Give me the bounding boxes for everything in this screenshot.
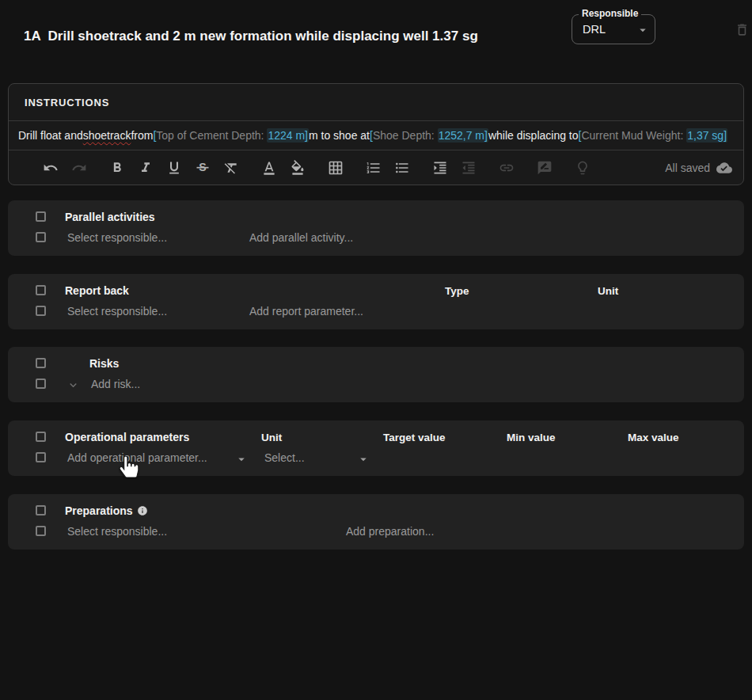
parallel-activities-section-checkbox[interactable] — [36, 211, 46, 222]
dropdown-arrow-icon — [636, 23, 650, 37]
clear-formatting-button[interactable] — [221, 158, 241, 178]
lightbulb-icon — [575, 160, 591, 176]
comment-icon — [537, 160, 553, 176]
page-title: 1A Drill shoetrack and 2 m new formation… — [24, 29, 478, 44]
insert-table-button[interactable] — [325, 158, 346, 178]
column-header-unit: Unit — [598, 285, 618, 297]
save-status: All saved — [665, 160, 732, 176]
info-icon[interactable] — [137, 505, 148, 516]
text-segment-ref-label: Top of Cement Depth: — [156, 129, 267, 142]
select-responsible-field[interactable]: Select responsible... — [67, 305, 167, 318]
column-header-min-value: Min value — [507, 432, 556, 443]
text-segment-ref-value: 1252,7 m] — [438, 128, 488, 143]
select-responsible-field[interactable]: Select responsible... — [67, 525, 167, 538]
undo-icon — [43, 160, 59, 176]
text-segment-ref-value: 1224 m] — [267, 128, 309, 143]
text-segment-normal: while displacing to — [488, 129, 579, 142]
text-color-icon — [261, 160, 277, 176]
section-preparations: Preparations Select responsible... Add p… — [8, 494, 744, 550]
insert-link-button[interactable] — [496, 158, 517, 178]
section-title: Report back — [65, 284, 129, 297]
bold-icon — [109, 160, 125, 176]
save-status-text: All saved — [665, 162, 710, 174]
header: 1A Drill shoetrack and 2 m new formation… — [0, 0, 752, 71]
trash-icon — [735, 22, 750, 37]
select-responsible-field[interactable]: Select responsible... — [67, 231, 167, 244]
redo-icon — [71, 160, 87, 176]
text-color-button[interactable] — [259, 158, 279, 178]
section-title: Risks — [89, 357, 119, 370]
text-segment-ref-label: Shoe Depth: — [373, 129, 438, 142]
add-parallel-activity-field[interactable]: Add parallel activity... — [249, 231, 353, 244]
indent-decrease-icon — [461, 160, 477, 176]
text-segment-ref-value: 1,37 sg] — [686, 128, 727, 143]
cloud-done-icon — [716, 160, 732, 176]
toolbar-buttons: S — [40, 158, 593, 178]
section-risks: Risks Add risk... — [8, 347, 744, 402]
italic-button[interactable] — [135, 158, 156, 178]
operational-parameters-section-checkbox[interactable] — [36, 432, 46, 442]
bullet-list-button[interactable] — [392, 158, 412, 178]
column-header-unit: Unit — [261, 432, 282, 443]
column-header-target-value: Target value — [383, 432, 446, 443]
strikethrough-button[interactable]: S — [192, 158, 213, 178]
italic-icon — [138, 160, 154, 176]
parallel-activity-row-checkbox[interactable] — [36, 232, 46, 242]
section-operational-parameters: Operational parameters Unit Target value… — [8, 420, 744, 476]
bold-button[interactable] — [107, 158, 127, 178]
dropdown-arrow-icon — [356, 452, 370, 466]
clear-formatting-icon — [223, 160, 239, 176]
add-preparation-field[interactable]: Add preparation... — [346, 525, 434, 538]
fill-color-icon — [290, 160, 306, 176]
expand-risk-button[interactable] — [66, 379, 80, 392]
unit-select[interactable]: Select... — [264, 451, 305, 464]
activity-title: Drill shoetrack and 2 m new formation wh… — [48, 29, 478, 44]
section-title: Operational parameters — [65, 431, 189, 443]
risk-row-checkbox[interactable] — [36, 379, 46, 389]
bullet-list-icon — [394, 160, 410, 176]
preparation-row-checkbox[interactable] — [36, 526, 46, 536]
underline-button[interactable] — [164, 158, 184, 178]
strikethrough-icon: S — [195, 160, 211, 176]
undo-button[interactable] — [40, 158, 61, 178]
chevron-down-icon — [66, 379, 80, 392]
indent-increase-button[interactable] — [430, 158, 450, 178]
activity-editor-page: 1A Drill shoetrack and 2 m new formation… — [0, 0, 752, 700]
report-back-section-checkbox[interactable] — [36, 285, 46, 295]
section-report-back: Report back Type Unit Select responsible… — [8, 274, 744, 329]
column-header-max-value: Max value — [628, 432, 679, 443]
responsible-select-value: DRL — [583, 23, 606, 36]
activity-code: 1A — [24, 29, 40, 44]
preparations-section-checkbox[interactable] — [36, 505, 46, 515]
redo-button[interactable] — [69, 158, 89, 178]
section-title: Parallel activities — [65, 211, 155, 223]
add-report-parameter-field[interactable]: Add report parameter... — [249, 305, 363, 318]
text-segment-misspelled: shoetrack — [83, 129, 131, 142]
link-icon — [499, 160, 515, 176]
responsible-select-label: Responsible — [579, 8, 641, 19]
add-operational-parameter-select[interactable]: Add operational parameter... — [67, 451, 207, 464]
suggestion-button[interactable] — [572, 158, 593, 178]
insert-comment-button[interactable] — [534, 158, 555, 178]
numbered-list-button[interactable] — [363, 158, 384, 178]
instructions-editor[interactable]: Drill float and shoetrack from [Top of C… — [9, 121, 743, 150]
risks-section-checkbox[interactable] — [36, 358, 46, 368]
operational-parameter-row-checkbox[interactable] — [36, 452, 46, 462]
section-parallel-activities: Parallel activities Select responsible..… — [8, 200, 744, 256]
report-back-row-checkbox[interactable] — [36, 306, 46, 316]
responsible-select[interactable]: Responsible DRL — [572, 14, 655, 44]
table-icon — [328, 160, 344, 176]
indent-decrease-button[interactable] — [458, 158, 479, 178]
add-risk-field[interactable]: Add risk... — [91, 378, 140, 390]
fill-color-button[interactable] — [287, 158, 308, 178]
underline-icon — [166, 160, 182, 176]
text-segment-normal: from — [131, 129, 153, 142]
section-title-wrap: Preparations — [65, 504, 148, 517]
delete-activity-button[interactable] — [735, 21, 750, 37]
text-segment-normal: m to shoe at — [309, 129, 370, 142]
column-header-type: Type — [445, 285, 469, 297]
instructions-title: INSTRUCTIONS — [9, 84, 743, 121]
text-segment-normal: Drill float and — [18, 129, 83, 142]
section-title: Preparations — [65, 504, 133, 517]
indent-increase-icon — [432, 160, 448, 176]
